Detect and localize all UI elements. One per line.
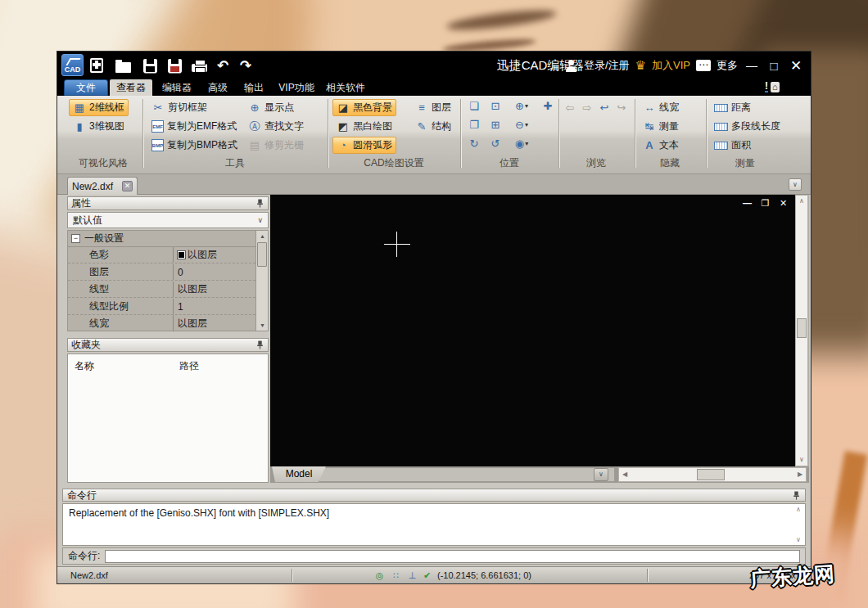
zoom-out-button[interactable]: ⊖▾ (508, 116, 536, 133)
redo-button[interactable]: ↷ (236, 56, 255, 74)
copy-view2-button[interactable]: ❐ (465, 116, 483, 133)
document-tab-close-icon[interactable]: ✕ (122, 181, 133, 191)
btn-copy-bmp[interactable]: BMP 复制为BMP格式 (147, 137, 242, 154)
document-tab[interactable]: New2.dxf ✕ (67, 177, 138, 195)
app-logo-cad-icon[interactable]: CAD (61, 54, 84, 76)
osnap-toggle-icon[interactable]: ◎ (373, 569, 387, 582)
properties-scrollbar[interactable]: ▲ ▼ (255, 231, 268, 331)
scroll-right-icon[interactable]: ▶ (794, 468, 806, 481)
file-menu-button[interactable]: 文件 (64, 79, 108, 96)
btn-label: 圆滑弧形 (353, 138, 392, 152)
pan-button[interactable]: ✚ (539, 97, 557, 115)
notification-indicator[interactable]: ! ⌂ (765, 81, 780, 92)
scrollbar-thumb[interactable] (257, 242, 267, 267)
scroll-down-icon[interactable]: ∨ (793, 536, 803, 543)
scroll-up-icon[interactable]: ∧ (796, 196, 807, 207)
btn-smooth-arc[interactable]: ◔ 圆滑弧形 (332, 137, 396, 154)
scrollbar-thumb[interactable] (797, 318, 807, 338)
tab-viewer[interactable]: 查看器 (110, 79, 152, 96)
dropdown-icon: ▾ (525, 102, 528, 110)
zoom-out-icon: ⊖ (515, 119, 524, 131)
copy-view-button[interactable]: ❏ (465, 97, 483, 115)
zoom-in-button[interactable]: ⊕▾ (508, 97, 536, 115)
logo-text: CAD (65, 65, 81, 74)
property-row-linetype-scale[interactable]: 线型比例 1 (68, 299, 255, 315)
command-prompt-row: 命令行: (62, 547, 806, 565)
print-button[interactable] (189, 56, 209, 74)
btn-2d-wireframe[interactable]: ▦ 2维线框 (69, 99, 129, 116)
rotate-view-button[interactable]: ↺ (486, 135, 504, 152)
collapse-icon[interactable]: − (71, 234, 80, 243)
collapse-ribbon-button[interactable]: ∨ (789, 178, 802, 191)
tab-related-software[interactable]: 相关软件 (323, 79, 368, 96)
zoom-extents-button[interactable]: ⊞ (486, 116, 504, 133)
new-file-button[interactable] (87, 56, 106, 74)
btn-structure[interactable]: ✎ 结构 (411, 118, 455, 135)
zoom-window-button[interactable]: ⊡ (486, 97, 504, 115)
property-row-color[interactable]: 色彩 以图层 (68, 247, 255, 263)
save-pdf-button[interactable] (165, 56, 184, 74)
rotate-35-button[interactable]: ↻ (465, 135, 483, 152)
tab-editor[interactable]: 编辑器 (156, 79, 198, 96)
property-row-layer[interactable]: 图层 0 (68, 264, 255, 281)
btn-measure-distance[interactable]: 距离 (710, 99, 755, 116)
more-button[interactable]: 更多 (717, 58, 738, 73)
scroll-down-icon[interactable]: ▼ (256, 320, 269, 331)
scroll-up-icon[interactable]: ▲ (256, 231, 269, 241)
canvas-vertical-scrollbar[interactable]: ∧ ∨ (795, 195, 808, 466)
favorites-list[interactable]: 名称 路径 (67, 354, 269, 483)
more-tools-icon[interactable]: ⋯ (696, 60, 711, 71)
property-row-linetype[interactable]: 线型 以图层 (68, 281, 255, 298)
scroll-down-icon[interactable]: ∨ (796, 454, 807, 466)
view-undo-button[interactable]: ↩ (596, 99, 613, 116)
undo-button[interactable]: ↶ (213, 56, 233, 74)
btn-measure-area[interactable]: 面积 (710, 137, 755, 154)
save-button[interactable] (140, 56, 160, 74)
command-log[interactable]: Replacement of the [Geniso.SHX] font wit… (62, 503, 806, 546)
preset-select[interactable]: 默认值 ∨ (67, 212, 269, 228)
btn-hide-linewidth[interactable]: ↔ 线宽 (639, 99, 683, 116)
tab-advanced[interactable]: 高级 (201, 79, 234, 96)
btn-measure-polyline-length[interactable]: 多段线长度 (710, 118, 784, 135)
sketch-toggle-icon[interactable]: ✔ (420, 569, 434, 582)
minimize-button[interactable]: — (744, 59, 760, 72)
btn-find-text[interactable]: Ⓐ 查找文字 (244, 118, 308, 135)
btn-hide-text[interactable]: A 文本 (639, 137, 683, 154)
favorites-pin-button[interactable] (255, 340, 264, 350)
nav-back-icon: ⇦ (566, 101, 575, 114)
btn-bw-drawing[interactable]: ◩ 黑白绘图 (332, 118, 396, 135)
join-vip-button[interactable]: 加入VIP (652, 58, 690, 73)
btn-layers[interactable]: ≡ 图层 (411, 99, 455, 116)
command-pin-button[interactable] (791, 490, 801, 500)
layout-dropdown-button[interactable]: ∨ (594, 468, 608, 481)
btn-copy-emf[interactable]: EMF 复制为EMF格式 (147, 118, 241, 135)
open-file-button[interactable] (113, 56, 133, 74)
mdi-minimize-icon[interactable]: — (742, 198, 753, 209)
btn-black-background[interactable]: ◪ 黑色背景 (332, 99, 396, 116)
scroll-up-icon[interactable]: ∧ (793, 506, 803, 513)
scroll-left-icon[interactable]: ◀ (619, 468, 631, 481)
canvas-horizontal-scrollbar[interactable]: ◀ ▶ (618, 467, 807, 482)
scrollbar-thumb[interactable] (697, 469, 725, 480)
command-input[interactable] (105, 550, 800, 563)
btn-hide-measure[interactable]: ↹ 测量 (639, 118, 683, 135)
watermark: 广东龙网 (749, 560, 836, 592)
btn-clip-frame[interactable]: ✂ 剪切框架 (147, 99, 211, 116)
properties-pin-button[interactable] (255, 199, 264, 209)
tab-output[interactable]: 输出 (237, 79, 270, 96)
drawing-canvas[interactable]: — ❐ ✕ (270, 195, 795, 466)
btn-show-points[interactable]: ⊕ 显示点 (244, 99, 298, 116)
ortho-toggle-icon[interactable]: ⊥ (405, 569, 419, 582)
orbit-button[interactable]: ◉▾ (508, 135, 536, 152)
mdi-close-icon[interactable]: ✕ (778, 198, 789, 209)
grid-snap-toggle-icon[interactable]: ∷ (389, 569, 403, 582)
login-register-button[interactable]: 登录/注册 (584, 58, 630, 73)
tab-vip-features[interactable]: VIP功能 (274, 79, 319, 96)
model-tab[interactable]: Model (272, 466, 326, 482)
property-row-lineweight[interactable]: 线宽 以图层 (68, 315, 255, 331)
close-button[interactable]: ✕ (788, 57, 804, 74)
maximize-button[interactable]: □ (766, 59, 782, 73)
btn-3d-view[interactable]: ▮ 3维视图 (69, 118, 129, 135)
mdi-restore-icon[interactable]: ❐ (760, 198, 771, 209)
category-general-settings[interactable]: − 一般设置 (68, 231, 255, 247)
